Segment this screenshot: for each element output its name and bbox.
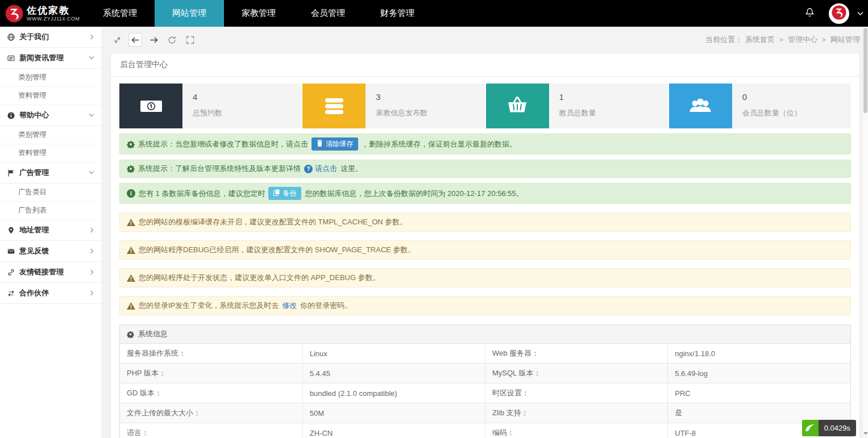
alert-text: 你的登录密码。 <box>300 301 352 311</box>
table-row: PHP 版本： 5.4.45 MySQL 版本： 5.6.49-log <box>120 364 850 383</box>
chevron-down-icon <box>89 170 94 175</box>
nav-item-website[interactable]: 网站管理 <box>155 0 224 27</box>
info-label: GD 版本： <box>120 383 302 403</box>
warning-icon <box>127 219 135 226</box>
change-password-link[interactable]: 修改 <box>282 301 297 311</box>
topbar-right <box>798 0 868 27</box>
stat-value: 0 <box>742 92 841 102</box>
brand-logo[interactable]: 佐优家教 WWW.ZYJJ114.COM <box>0 0 85 27</box>
alert-warning-template-cache: 您的网站的模板编译缓存未开启，建议更改配置文件的 TMPL_CACHE_ON 参… <box>119 212 851 232</box>
sidebar-item-news[interactable]: 新闻资讯管理 <box>0 48 102 69</box>
info-label: 时区设置： <box>485 383 668 403</box>
chevron-right-icon <box>90 34 94 40</box>
arrow-right-icon[interactable] <box>147 33 160 47</box>
stats-row: 4 总预约数 3 家教信息发布数 <box>119 84 851 128</box>
info-label: 服务器操作系统： <box>120 344 302 364</box>
info-label: 文件上传的最大大小： <box>120 403 302 423</box>
nav-item-system[interactable]: 系统管理 <box>85 0 155 27</box>
gear-icon <box>127 165 135 173</box>
sidebar-item-about[interactable]: 关于我们 <box>0 27 102 48</box>
sidebar-item-address[interactable]: 地址管理 <box>0 220 102 241</box>
sidebar-subitem-help-category[interactable]: 类别管理 <box>0 126 102 144</box>
sidebar-item-ads[interactable]: 广告管理 <box>0 162 102 183</box>
scrollbar-down-arrow[interactable] <box>863 431 868 437</box>
link-icon <box>7 269 19 276</box>
nav-item-finance[interactable]: 财务管理 <box>363 0 432 27</box>
refresh-icon[interactable] <box>165 33 178 47</box>
alert-backup: i 您有 1 条数据库备份信息，建议您定时 备份 您的数据库信息，您上次备份数据… <box>119 183 851 204</box>
chevron-down-icon <box>89 113 94 118</box>
system-info-section: 系统信息 服务器操作系统： Linux Web 服务器： nginx/1.18.… <box>119 324 851 438</box>
sidebar-item-label: 合作伙伴 <box>19 288 49 298</box>
breadcrumb-separator: ＞ <box>820 35 828 45</box>
alert-text: 系统提示：当您新增或者修改了数据信息时，请点击 <box>138 139 308 149</box>
info-value: 5.4.45 <box>302 364 485 383</box>
breadcrumb-home[interactable]: 系统首页 <box>745 35 775 45</box>
stat-label: 会员总数量（位） <box>742 108 841 118</box>
exec-time-value: 0.0429s <box>819 420 856 436</box>
stat-label: 总预约数 <box>193 108 291 118</box>
scrollbar-thumb[interactable] <box>863 28 867 113</box>
clear-cache-button[interactable]: 清除缓存 <box>312 137 358 151</box>
brand-subtitle: WWW.ZYJJ114.COM <box>27 16 80 22</box>
sidebar-item-label: 地址管理 <box>19 225 49 235</box>
info-label: 编码： <box>485 423 668 438</box>
link-label: 请点击 <box>315 164 337 174</box>
alert-text: 您有 1 条数据库备份信息，建议您定时 <box>139 189 265 199</box>
breadcrumb-current: 网站管理 <box>830 35 860 45</box>
avatar[interactable] <box>829 3 849 24</box>
chevron-right-icon <box>90 227 94 233</box>
info-value: PRC <box>668 383 850 403</box>
system-info-header: 系统信息 <box>120 325 850 344</box>
sidebar-subitem-help-material[interactable]: 资料管理 <box>0 144 102 162</box>
tab-toolbar: 当前位置： 系统首页 ＞ 管理中心 ＞ 网站管理 <box>110 27 860 53</box>
info-value: ZH-CN <box>302 423 485 438</box>
chevron-right-icon <box>90 290 94 296</box>
table-row: 语言： ZH-CN 编码： UTF-8 <box>120 423 850 438</box>
info-value: bundled (2.1.0 compatible) <box>302 383 485 403</box>
sidebar: 关于我们 新闻资讯管理 类别管理 资料管理 帮助中心 类别管理 资料管理 广告管… <box>0 27 102 438</box>
topbar: 佐优家教 WWW.ZYJJ114.COM 系统管理 网站管理 家教管理 会员管理… <box>0 0 868 27</box>
notifications-button[interactable] <box>798 0 821 27</box>
table-row: GD 版本： bundled (2.1.0 compatible) 时区设置： … <box>120 383 850 403</box>
sidebar-subitem-news-category[interactable]: 类别管理 <box>0 69 102 87</box>
sidebar-item-links[interactable]: 友情链接管理 <box>0 262 102 283</box>
backup-button[interactable]: 备份 <box>268 187 301 200</box>
sidebar-item-feedback[interactable]: 意见反馈 <box>0 241 102 262</box>
user-menu-button[interactable] <box>857 9 863 18</box>
info-circle-icon: i <box>127 189 135 198</box>
sidebar-item-label: 意见反馈 <box>19 246 49 256</box>
info-label: MySQL 版本： <box>485 364 668 383</box>
main-content: 当前位置： 系统首页 ＞ 管理中心 ＞ 网站管理 后台管理中心 <box>102 27 868 438</box>
sidebar-item-help[interactable]: 帮助中心 <box>0 105 102 126</box>
stat-value: 4 <box>193 92 291 102</box>
resize-icon[interactable] <box>110 33 124 47</box>
exchange-icon <box>7 290 19 297</box>
sidebar-item-partners[interactable]: 合作伙伴 <box>0 283 102 304</box>
breadcrumb-admin-center[interactable]: 管理中心 <box>788 35 817 45</box>
help-icon <box>7 112 19 119</box>
nav-item-member[interactable]: 会员管理 <box>293 0 363 27</box>
fullscreen-icon[interactable] <box>183 33 197 47</box>
sidebar-subitem-ads-category[interactable]: 广告类目 <box>0 183 102 202</box>
basket-icon <box>486 84 549 128</box>
page-scrollbar[interactable] <box>862 27 868 438</box>
breadcrumb-prefix: 当前位置： <box>705 35 742 45</box>
alert-warning-dev-mode: 您的网站程序处于开发状态，建议更改单入口文件的 APP_DEBUG 参数。 <box>119 268 851 287</box>
exec-time-badge[interactable]: 0.0429s <box>802 420 856 436</box>
news-icon <box>7 55 19 62</box>
bell-icon <box>805 7 815 19</box>
breadcrumb-separator: ＞ <box>778 35 785 45</box>
arrow-left-icon[interactable] <box>128 33 142 47</box>
version-details-link[interactable]: ? 请点击 <box>304 164 337 174</box>
alert-clear-cache: 系统提示：当您新增或者修改了数据信息时，请点击 清除缓存 ，删除掉系统缓存，保证… <box>119 134 851 155</box>
sidebar-subitem-ads-list[interactable]: 广告列表 <box>0 202 102 220</box>
nav-item-tutor[interactable]: 家教管理 <box>224 0 293 27</box>
sidebar-subitem-news-material[interactable]: 资料管理 <box>0 87 102 105</box>
info-value: 50M <box>302 403 485 423</box>
stat-label: 家教信息发布数 <box>376 108 474 118</box>
gear-icon <box>127 331 134 338</box>
list-icon <box>302 84 366 128</box>
flag-icon <box>7 169 19 177</box>
chevron-down-icon <box>89 56 94 60</box>
